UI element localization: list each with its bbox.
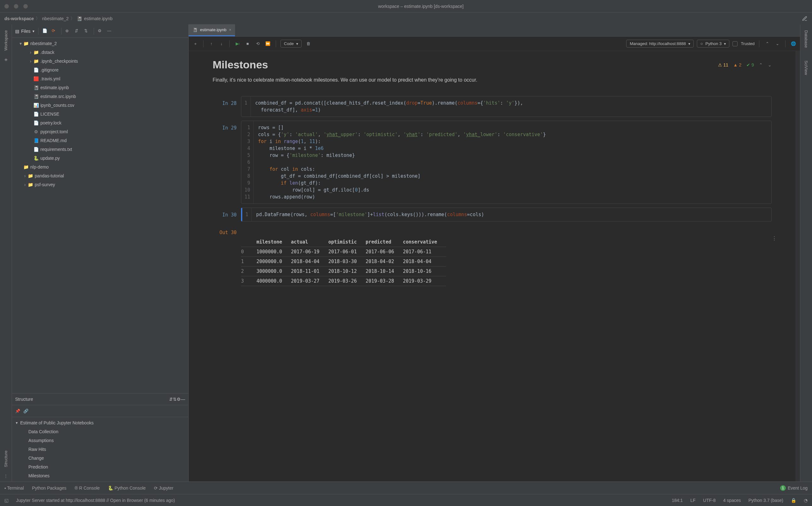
tool-windows-icon[interactable]: ◱ — [4, 498, 8, 503]
zoom-window-icon[interactable] — [23, 4, 28, 8]
jupyter-tab[interactable]: ⟳ Jupyter — [154, 486, 174, 491]
folder-node[interactable]: ›📁.ipynb_checkpoints — [12, 57, 188, 66]
inspection-badges[interactable]: ⚠11 ▲2 ✔9 ⌃ ⌄ — [718, 62, 771, 67]
structure-item[interactable]: Raw Hits — [12, 445, 188, 454]
structure-root[interactable]: ▾ Estimate of Public Jupyter Notebooks — [12, 418, 188, 427]
code-content[interactable]: combined_df = pd.concat([cleaned_hits_df… — [251, 96, 528, 116]
chevron-up-icon[interactable]: ⌃ — [759, 62, 763, 67]
file-node[interactable]: 📄requirements.txt — [12, 145, 188, 154]
folder-node[interactable]: 📁nlp-demo — [12, 163, 188, 171]
indent[interactable]: 4 spaces — [723, 498, 741, 503]
expand-icon[interactable]: ⇵ — [169, 397, 173, 402]
error-stripe[interactable] — [796, 51, 800, 482]
pin-icon[interactable]: 📌 — [15, 409, 20, 413]
code-content[interactable]: pd.DataFrame(rows, columns=['milestone']… — [252, 208, 489, 221]
folder-node[interactable]: ▾📁nbestimate_2 — [12, 39, 188, 48]
server-dropdown[interactable]: Managed: http://localhost:8888 ▾ — [626, 40, 694, 48]
chevron-down-icon[interactable]: ⌄ — [774, 40, 781, 47]
line-separator[interactable]: LF — [690, 498, 695, 503]
python-console-tab[interactable]: 🐍 Python Console — [108, 486, 146, 491]
file-node[interactable]: ⚙pyproject.toml — [12, 127, 188, 136]
trusted-checkbox[interactable] — [733, 41, 738, 46]
python-packages-tab[interactable]: Python Packages — [32, 486, 67, 491]
structure-item[interactable]: Data Collection — [12, 427, 188, 436]
link-icon[interactable]: 🔗 — [23, 409, 28, 413]
file-tree[interactable]: ▾📁nbestimate_2›📁.dstack›📁.ipynb_checkpoi… — [12, 38, 188, 393]
chevron-up-icon[interactable]: ⌃ — [764, 40, 771, 47]
ide-status-icon[interactable]: ◔ — [804, 498, 808, 503]
code-content[interactable]: rows = []cols = {'y': 'actual', 'yhat_up… — [254, 121, 550, 203]
breadcrumb[interactable]: nbestimate_2 — [42, 16, 68, 21]
file-node[interactable]: 📄LICENSE — [12, 110, 188, 118]
move-down-icon[interactable]: ↓ — [218, 40, 225, 47]
globe-icon[interactable]: 🌐 — [790, 40, 797, 47]
move-up-icon[interactable]: ↑ — [208, 40, 215, 47]
file-node[interactable]: 📄poetry.lock — [12, 118, 188, 127]
event-log-button[interactable]: 1 Event Log — [780, 485, 808, 491]
collapse-all-icon[interactable]: ⇅ — [84, 28, 90, 34]
structure-item[interactable]: Change — [12, 454, 188, 462]
folder-node[interactable]: ›📁psf-survey — [12, 180, 188, 189]
target-icon[interactable]: ⊕ — [65, 28, 71, 34]
file-node[interactable]: 📄.gitignore — [12, 66, 188, 74]
stop-icon[interactable]: ■ — [244, 40, 251, 47]
code-cell[interactable]: In 29 1234567891011 rows = []cols = {'y'… — [213, 121, 771, 204]
file-node[interactable]: 📘README.md — [12, 136, 188, 145]
structure-item[interactable]: Assumptions — [12, 436, 188, 445]
file-node[interactable]: 🐍update.py — [12, 154, 188, 163]
code-cell-active[interactable]: In 30 1 pd.DataFrame(rows, columns=['mil… — [213, 207, 771, 222]
structure-item[interactable]: Milestones — [12, 471, 188, 480]
caret-position[interactable]: 184:1 — [672, 498, 683, 503]
minimize-window-icon[interactable] — [14, 4, 18, 8]
file-node[interactable]: 📊ipynb_counts.csv — [12, 101, 188, 110]
chevron-down-icon[interactable]: ⌄ — [768, 62, 771, 67]
breadcrumb[interactable]: ds-workspace — [4, 16, 34, 21]
sciview-tool-tab[interactable]: SciView — [803, 57, 809, 78]
ok-badge[interactable]: ✔9 — [746, 62, 754, 67]
r-console-tab[interactable]: ® R Console — [74, 486, 100, 491]
code-cell[interactable]: In 28 1 combined_df = pd.concat([cleaned… — [213, 96, 771, 117]
tab-estimate-ipynb[interactable]: 📓 estimate.ipynb × — [189, 24, 235, 36]
gear-icon[interactable]: ⚙ — [98, 28, 104, 34]
bookmark-icon[interactable]: ◈ — [4, 57, 8, 62]
file-node[interactable]: 📓estimate.src.ipynb — [12, 92, 188, 101]
file-node[interactable]: 📓estimate.ipynb — [12, 83, 188, 92]
new-file-icon[interactable]: 📄 — [42, 28, 48, 34]
breadcrumb[interactable]: 📓 estimate.ipynb — [77, 16, 112, 21]
file-node[interactable]: 🟥.travis.yml — [12, 74, 188, 83]
restart-icon[interactable]: ⟲ — [254, 40, 261, 47]
gear-icon[interactable]: ⚙ — [177, 397, 181, 402]
more-icon[interactable]: ⋮ — [772, 235, 777, 241]
tree-label: LICENSE — [41, 111, 59, 116]
add-cell-icon[interactable]: ＋ — [192, 40, 199, 47]
close-icon[interactable]: × — [229, 27, 231, 32]
expand-all-icon[interactable]: ⇵ — [75, 28, 80, 34]
run-cell-icon[interactable]: ▶I — [234, 40, 241, 47]
structure-item[interactable]: Prediction — [12, 462, 188, 471]
database-tool-tab[interactable]: Database — [803, 27, 809, 51]
terminal-tab[interactable]: ▪ Terminal — [4, 486, 24, 491]
minimize-icon[interactable]: — — [181, 397, 185, 402]
kernel-dropdown[interactable]: ○ Python 3 ▾ — [697, 40, 729, 48]
minimize-icon[interactable]: — — [107, 28, 113, 34]
delete-cell-icon[interactable]: 🗑 — [305, 40, 312, 47]
scratch-file-icon[interactable] — [802, 16, 808, 21]
structure-icon[interactable]: ⋮ — [4, 474, 8, 478]
encoding[interactable]: UTF-8 — [703, 498, 716, 503]
folder-node[interactable]: ›📁.dstack — [12, 48, 188, 57]
interpreter[interactable]: Python 3.7 (base) — [748, 498, 783, 503]
weak-warning-badge[interactable]: ▲2 — [734, 62, 742, 67]
folder-node[interactable]: ›📁pandas-tutorial — [12, 171, 188, 180]
close-window-icon[interactable] — [4, 4, 9, 8]
collapse-icon[interactable]: ⇅ — [173, 397, 177, 402]
notebook-body[interactable]: Milestones ⚠11 ▲2 ✔9 ⌃ ⌄ Finally, it's n… — [189, 51, 796, 482]
files-label[interactable]: ▤ Files ▾ — [15, 29, 35, 34]
status-message[interactable]: Jupyter Server started at http://localho… — [16, 498, 175, 503]
warning-badge[interactable]: ⚠11 — [718, 62, 728, 67]
run-all-icon[interactable]: ⏩ — [264, 40, 271, 47]
cell-type-dropdown[interactable]: Code ▾ — [280, 40, 301, 48]
workspace-tool-tab[interactable]: Workspace — [3, 27, 9, 54]
refresh-icon[interactable]: ⟳ — [52, 28, 57, 34]
readonly-icon[interactable]: 🔒 — [791, 498, 796, 503]
structure-tool-tab[interactable]: Structure — [3, 447, 9, 471]
